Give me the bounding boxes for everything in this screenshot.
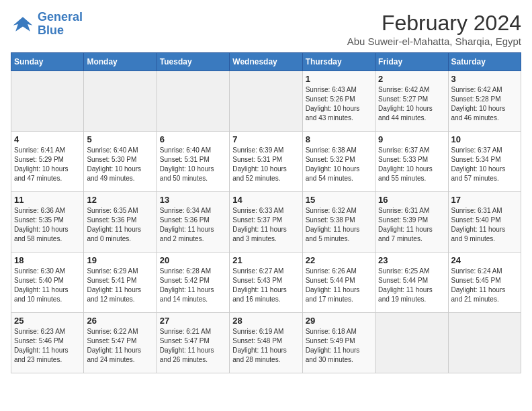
calendar-table: SundayMondayTuesdayWednesdayThursdayFrid…: [11, 52, 521, 373]
day-number: 29: [306, 316, 372, 326]
day-number: 4: [14, 134, 81, 144]
day-cell: [11, 71, 84, 132]
day-cell: 1Sunrise: 6:43 AM Sunset: 5:26 PM Daylig…: [302, 71, 375, 132]
day-header-thursday: Thursday: [302, 53, 375, 71]
day-number: 9: [378, 134, 445, 144]
day-info: Sunrise: 6:35 AM Sunset: 5:36 PM Dayligh…: [87, 206, 153, 244]
day-cell: 6Sunrise: 6:40 AM Sunset: 5:31 PM Daylig…: [157, 132, 229, 192]
day-cell: 7Sunrise: 6:39 AM Sunset: 5:31 PM Daylig…: [230, 132, 302, 192]
day-info: Sunrise: 6:39 AM Sunset: 5:31 PM Dayligh…: [232, 146, 299, 183]
day-cell: 15Sunrise: 6:32 AM Sunset: 5:38 PM Dayli…: [302, 192, 375, 253]
day-info: Sunrise: 6:22 AM Sunset: 5:47 PM Dayligh…: [87, 327, 153, 365]
day-number: 18: [14, 255, 81, 265]
day-cell: [448, 313, 521, 373]
day-number: 24: [451, 255, 518, 265]
day-info: Sunrise: 6:25 AM Sunset: 5:44 PM Dayligh…: [378, 267, 445, 304]
day-info: Sunrise: 6:33 AM Sunset: 5:37 PM Dayligh…: [232, 206, 299, 244]
day-number: 2: [378, 74, 445, 84]
day-info: Sunrise: 6:37 AM Sunset: 5:34 PM Dayligh…: [451, 146, 518, 183]
day-info: Sunrise: 6:31 AM Sunset: 5:40 PM Dayligh…: [451, 206, 518, 244]
logo: GeneralBlue: [11, 11, 83, 38]
day-info: Sunrise: 6:21 AM Sunset: 5:47 PM Dayligh…: [160, 327, 226, 365]
day-info: Sunrise: 6:29 AM Sunset: 5:41 PM Dayligh…: [87, 267, 153, 304]
day-number: 25: [14, 316, 81, 326]
day-cell: 29Sunrise: 6:18 AM Sunset: 5:49 PM Dayli…: [302, 313, 375, 373]
day-number: 1: [306, 74, 372, 84]
day-number: 15: [306, 195, 372, 205]
day-cell: 8Sunrise: 6:38 AM Sunset: 5:32 PM Daylig…: [302, 132, 375, 192]
logo-icon: [11, 12, 35, 36]
day-cell: [84, 71, 157, 132]
day-info: Sunrise: 6:23 AM Sunset: 5:46 PM Dayligh…: [14, 327, 81, 365]
day-cell: 21Sunrise: 6:27 AM Sunset: 5:43 PM Dayli…: [230, 253, 302, 313]
day-number: 7: [232, 134, 299, 144]
day-number: 20: [160, 255, 226, 265]
day-info: Sunrise: 6:40 AM Sunset: 5:31 PM Dayligh…: [160, 146, 226, 183]
day-cell: 5Sunrise: 6:40 AM Sunset: 5:30 PM Daylig…: [84, 132, 157, 192]
week-row-1: 1Sunrise: 6:43 AM Sunset: 5:26 PM Daylig…: [11, 71, 521, 132]
day-number: 14: [232, 195, 299, 205]
day-info: Sunrise: 6:38 AM Sunset: 5:32 PM Dayligh…: [306, 146, 372, 183]
day-number: 23: [378, 255, 445, 265]
day-number: 3: [451, 74, 518, 84]
svg-marker-0: [13, 17, 33, 32]
day-number: 5: [87, 134, 153, 144]
day-number: 16: [378, 195, 445, 205]
day-info: Sunrise: 6:19 AM Sunset: 5:48 PM Dayligh…: [232, 327, 299, 365]
day-header-tuesday: Tuesday: [157, 53, 229, 71]
day-cell: 2Sunrise: 6:42 AM Sunset: 5:27 PM Daylig…: [375, 71, 448, 132]
day-header-monday: Monday: [84, 53, 157, 71]
week-row-5: 25Sunrise: 6:23 AM Sunset: 5:46 PM Dayli…: [11, 313, 521, 373]
day-number: 8: [306, 134, 372, 144]
day-cell: 20Sunrise: 6:28 AM Sunset: 5:42 PM Dayli…: [157, 253, 229, 313]
day-cell: 27Sunrise: 6:21 AM Sunset: 5:47 PM Dayli…: [157, 313, 229, 373]
day-info: Sunrise: 6:27 AM Sunset: 5:43 PM Dayligh…: [232, 267, 299, 304]
day-number: 13: [160, 195, 226, 205]
day-cell: 16Sunrise: 6:31 AM Sunset: 5:39 PM Dayli…: [375, 192, 448, 253]
day-number: 21: [232, 255, 299, 265]
header-row: SundayMondayTuesdayWednesdayThursdayFrid…: [11, 53, 521, 71]
day-number: 26: [87, 316, 153, 326]
day-cell: 10Sunrise: 6:37 AM Sunset: 5:34 PM Dayli…: [448, 132, 521, 192]
day-info: Sunrise: 6:42 AM Sunset: 5:27 PM Dayligh…: [378, 85, 445, 123]
day-cell: [157, 71, 229, 132]
day-info: Sunrise: 6:43 AM Sunset: 5:26 PM Dayligh…: [306, 85, 372, 123]
day-cell: 25Sunrise: 6:23 AM Sunset: 5:46 PM Dayli…: [11, 313, 84, 373]
day-cell: 23Sunrise: 6:25 AM Sunset: 5:44 PM Dayli…: [375, 253, 448, 313]
day-info: Sunrise: 6:36 AM Sunset: 5:35 PM Dayligh…: [14, 206, 81, 244]
week-row-4: 18Sunrise: 6:30 AM Sunset: 5:40 PM Dayli…: [11, 253, 521, 313]
day-cell: [375, 313, 448, 373]
day-cell: 18Sunrise: 6:30 AM Sunset: 5:40 PM Dayli…: [11, 253, 84, 313]
week-row-2: 4Sunrise: 6:41 AM Sunset: 5:29 PM Daylig…: [11, 132, 521, 192]
day-cell: 22Sunrise: 6:26 AM Sunset: 5:44 PM Dayli…: [302, 253, 375, 313]
day-info: Sunrise: 6:42 AM Sunset: 5:28 PM Dayligh…: [451, 85, 518, 123]
day-cell: 11Sunrise: 6:36 AM Sunset: 5:35 PM Dayli…: [11, 192, 84, 253]
day-header-sunday: Sunday: [11, 53, 84, 71]
page-header: GeneralBlue February 2024 Abu Suweir-el-…: [11, 11, 521, 47]
day-info: Sunrise: 6:34 AM Sunset: 5:36 PM Dayligh…: [160, 206, 226, 244]
day-info: Sunrise: 6:18 AM Sunset: 5:49 PM Dayligh…: [306, 327, 372, 365]
day-info: Sunrise: 6:26 AM Sunset: 5:44 PM Dayligh…: [306, 267, 372, 304]
day-number: 11: [14, 195, 81, 205]
day-info: Sunrise: 6:41 AM Sunset: 5:29 PM Dayligh…: [14, 146, 81, 183]
day-cell: 24Sunrise: 6:24 AM Sunset: 5:45 PM Dayli…: [448, 253, 521, 313]
week-row-3: 11Sunrise: 6:36 AM Sunset: 5:35 PM Dayli…: [11, 192, 521, 253]
day-cell: 9Sunrise: 6:37 AM Sunset: 5:33 PM Daylig…: [375, 132, 448, 192]
day-number: 10: [451, 134, 518, 144]
day-info: Sunrise: 6:40 AM Sunset: 5:30 PM Dayligh…: [87, 146, 153, 183]
day-cell: [230, 71, 302, 132]
day-header-saturday: Saturday: [448, 53, 521, 71]
day-cell: 3Sunrise: 6:42 AM Sunset: 5:28 PM Daylig…: [448, 71, 521, 132]
location-subtitle: Abu Suweir-el-Mahatta, Sharqia, Egypt: [347, 36, 521, 47]
day-header-friday: Friday: [375, 53, 448, 71]
logo-text: GeneralBlue: [38, 11, 83, 38]
day-cell: 13Sunrise: 6:34 AM Sunset: 5:36 PM Dayli…: [157, 192, 229, 253]
day-info: Sunrise: 6:31 AM Sunset: 5:39 PM Dayligh…: [378, 206, 445, 244]
day-number: 19: [87, 255, 153, 265]
day-info: Sunrise: 6:32 AM Sunset: 5:38 PM Dayligh…: [306, 206, 372, 244]
day-number: 22: [306, 255, 372, 265]
day-info: Sunrise: 6:37 AM Sunset: 5:33 PM Dayligh…: [378, 146, 445, 183]
day-number: 17: [451, 195, 518, 205]
day-number: 12: [87, 195, 153, 205]
day-header-wednesday: Wednesday: [230, 53, 302, 71]
